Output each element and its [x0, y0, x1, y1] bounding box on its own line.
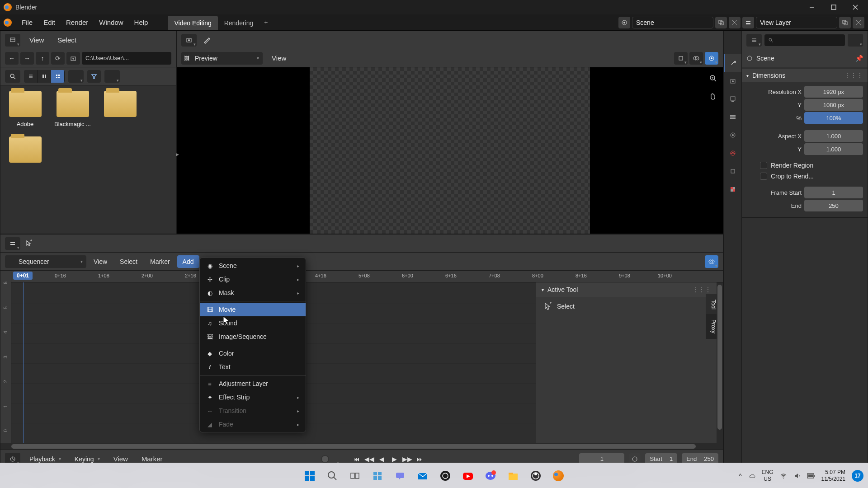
tab-scene-icon[interactable]: [724, 126, 741, 144]
folder-item[interactable]: [101, 91, 139, 127]
menu-file[interactable]: File: [17, 17, 37, 28]
taskbar-blender-button[interactable]: [548, 466, 568, 486]
dimensions-panel-header[interactable]: Dimensions ⋮⋮⋮: [742, 69, 868, 82]
add-menu-color[interactable]: ◆Color: [200, 347, 306, 360]
zoom-tool-icon[interactable]: [707, 72, 719, 84]
editor-type-dropdown[interactable]: [5, 34, 20, 47]
tray-wifi-icon[interactable]: [780, 472, 787, 479]
seq-overlay-toggle[interactable]: [705, 255, 718, 268]
delete-viewlayer-button[interactable]: [853, 17, 864, 28]
taskbar-obs-button[interactable]: [526, 466, 546, 486]
seq-menu-add[interactable]: Add: [177, 255, 199, 268]
minimize-button[interactable]: [803, 2, 821, 12]
scene-name-field[interactable]: Scene: [632, 17, 713, 28]
pan-hand-icon[interactable]: [707, 90, 719, 103]
tab-world-icon[interactable]: [724, 144, 741, 162]
add-menu-effect[interactable]: ✦Effect Strip▸: [200, 390, 306, 404]
tab-viewlayer-icon[interactable]: [724, 108, 741, 126]
tray-onedrive-icon[interactable]: [748, 472, 755, 479]
fb-menu-select[interactable]: Select: [53, 34, 81, 46]
close-button[interactable]: [846, 2, 864, 12]
folder-item[interactable]: [6, 136, 44, 166]
sidebar-tab-tool[interactable]: Tool: [706, 294, 717, 315]
taskbar-youtube-button[interactable]: [458, 466, 478, 486]
taskbar-start-button[interactable]: [300, 466, 320, 486]
viewlayer-browse-button[interactable]: [742, 17, 754, 28]
menu-help[interactable]: Help: [130, 17, 153, 28]
add-menu-image[interactable]: 🖼Image/Sequence: [200, 330, 306, 343]
display-list-horizontal[interactable]: [38, 70, 51, 83]
frame-start-field[interactable]: 1: [804, 187, 863, 198]
app-logo-icon[interactable]: [4, 19, 12, 27]
expand-toolbar-handle[interactable]: ▸: [176, 150, 179, 158]
tray-notification-badge[interactable]: 17: [852, 470, 863, 482]
preview-gizmo-dropdown[interactable]: [705, 52, 718, 65]
tray-clock[interactable]: 5:07 PM11/5/2021: [821, 469, 845, 482]
pointer-tool-icon[interactable]: [24, 239, 33, 248]
tray-chevron-icon[interactable]: ^: [739, 472, 741, 479]
taskbar-explorer-button[interactable]: [503, 466, 523, 486]
add-menu-clip[interactable]: ✢Clip▸: [200, 272, 306, 286]
display-thumbnails[interactable]: [51, 70, 65, 83]
outliner-type-dropdown[interactable]: [746, 34, 762, 47]
add-menu-adjustment[interactable]: ≡Adjustment Layer: [200, 377, 306, 390]
sidebar-tab-proxy[interactable]: Proxy: [706, 314, 717, 339]
filter-button[interactable]: [87, 70, 101, 83]
display-list-vertical[interactable]: [24, 70, 38, 83]
auto-keyframe-toggle[interactable]: [321, 455, 329, 463]
eyedropper-tool[interactable]: [201, 35, 212, 46]
tray-battery-icon[interactable]: [807, 473, 815, 479]
preview-menu-view[interactable]: View: [267, 52, 291, 64]
path-input[interactable]: C:\Users\User\...: [82, 52, 171, 65]
preview-channels-dropdown[interactable]: [674, 52, 688, 65]
timeline-area[interactable]: 0+01 0+16 1+08 2+00 2+16 4+16 5+08 6+00 …: [11, 271, 723, 443]
crop-checkbox[interactable]: [760, 173, 767, 180]
add-menu-mask[interactable]: ◐Mask▸: [200, 286, 306, 300]
menu-edit[interactable]: Edit: [39, 17, 60, 28]
tray-language[interactable]: ENGUS: [762, 469, 774, 482]
display-settings-dropdown[interactable]: [68, 70, 84, 83]
workspace-tab-rendering[interactable]: Rendering: [218, 16, 260, 30]
active-tool-header[interactable]: Active Tool⋮⋮⋮: [536, 282, 717, 297]
timeline-scrollbar-horizontal[interactable]: [0, 443, 723, 450]
taskbar-app-1[interactable]: [435, 466, 455, 486]
playhead-frame-badge[interactable]: 0+01: [13, 272, 33, 280]
new-viewlayer-button[interactable]: [839, 17, 851, 28]
time-ruler[interactable]: 0+01 0+16 1+08 2+00 2+16 4+16 5+08 6+00 …: [11, 271, 723, 282]
resolution-pct-field[interactable]: 100%: [804, 112, 863, 124]
menu-window[interactable]: Window: [94, 17, 127, 28]
preview-canvas[interactable]: ▸: [177, 67, 723, 234]
workspace-tab-video-editing[interactable]: Video Editing: [168, 16, 217, 30]
playhead-line[interactable]: [23, 282, 24, 443]
taskbar-search-button[interactable]: [322, 466, 342, 486]
add-menu-scene[interactable]: ◉Scene▸: [200, 259, 306, 272]
tab-render-icon[interactable]: [724, 72, 741, 90]
scene-browse-button[interactable]: [618, 17, 630, 28]
render-region-checkbox[interactable]: [760, 162, 767, 169]
timeline-scrollbar-vertical[interactable]: [717, 282, 723, 443]
maximize-button[interactable]: [825, 2, 843, 12]
fb-menu-view[interactable]: View: [25, 34, 48, 46]
nav-back-button[interactable]: ←: [5, 52, 19, 65]
add-menu-movie[interactable]: 🎞Movie: [200, 303, 306, 316]
seq-menu-select[interactable]: Select: [114, 255, 143, 268]
new-scene-button[interactable]: [715, 17, 727, 28]
menu-render[interactable]: Render: [61, 17, 93, 28]
search-button[interactable]: [5, 70, 20, 83]
delete-scene-button[interactable]: [729, 17, 741, 28]
taskbar-chat-button[interactable]: [390, 466, 410, 486]
resolution-y-field[interactable]: 1080 px: [804, 99, 863, 111]
folder-item[interactable]: Blackmagic ...: [53, 91, 92, 127]
tab-object-icon[interactable]: [724, 162, 741, 180]
viewlayer-name-field[interactable]: View Layer: [756, 17, 837, 28]
frame-end-field[interactable]: 250: [804, 200, 863, 211]
folder-item[interactable]: Adobe: [6, 91, 44, 127]
taskbar-widgets-button[interactable]: [368, 466, 387, 486]
add-menu-text[interactable]: fText: [200, 360, 306, 374]
taskbar-discord-button[interactable]: [481, 466, 500, 486]
pin-icon[interactable]: 📌: [855, 55, 863, 62]
sequencer-editor-type-dropdown[interactable]: [5, 237, 20, 250]
sequencer-mode-select[interactable]: Sequencer: [5, 255, 86, 268]
preview-mode-select[interactable]: Preview: [181, 52, 263, 65]
add-menu-sound[interactable]: ♫Sound: [200, 316, 306, 330]
